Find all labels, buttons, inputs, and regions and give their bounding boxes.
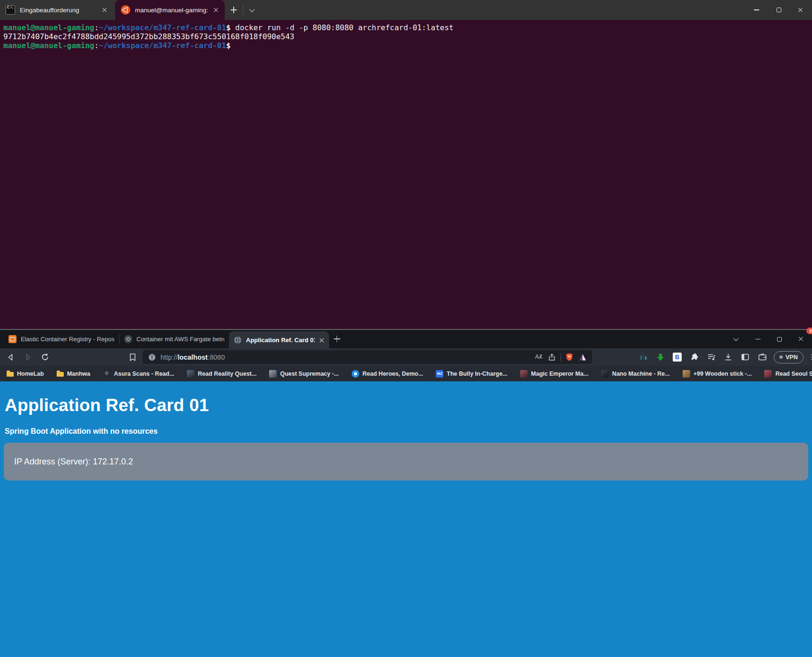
downloads-button[interactable] — [723, 352, 733, 362]
bookmark-reality-quest[interactable]: Read Reality Quest... — [187, 370, 256, 378]
plus-icon — [230, 7, 237, 13]
bookmark-label: HomeLab — [17, 371, 44, 377]
translate-button[interactable]: A — [534, 353, 543, 362]
back-icon — [7, 353, 15, 362]
tab-aws-fargate[interactable]: Container mit AWS Fargate betreiben - — [119, 330, 229, 348]
bookmark-seoul-station[interactable]: Read Seoul Station'... — [764, 370, 812, 378]
forward-button[interactable] — [23, 352, 33, 362]
terminal-window-controls — [745, 0, 812, 20]
bookmark-this-tab-button[interactable] — [127, 352, 138, 362]
new-tab-button[interactable] — [329, 330, 345, 348]
prompt-colon: : — [94, 41, 99, 50]
adguard-badge: 2 — [806, 328, 812, 334]
wallet-icon — [758, 353, 767, 362]
brave-shields-button[interactable] — [565, 353, 574, 362]
tab-elastic-container-registry[interactable]: Elastic Container Registry - Repositorie — [4, 330, 119, 348]
download-icon — [724, 353, 733, 362]
share-button[interactable] — [547, 353, 557, 362]
puzzle-icon — [690, 353, 699, 362]
adguard-extension-button[interactable]: 2 — [578, 353, 587, 362]
reload-button[interactable] — [40, 352, 50, 362]
command-text: docker run -d -p 8080:8080 archrefcard-0… — [231, 23, 454, 32]
bookmark-label: Quest Supremacy -... — [280, 371, 338, 377]
tabs-extension-button[interactable] — [638, 352, 648, 362]
aws-docs-icon — [124, 335, 132, 343]
extensions-button[interactable] — [689, 352, 699, 362]
bitwarden-extension-button[interactable]: B — [672, 352, 682, 362]
bookmark-magic-emperor[interactable]: Magic Emperor Ma... — [520, 370, 589, 378]
brave-vpn-button[interactable]: VPN — [774, 351, 804, 363]
sidebar-icon — [741, 353, 750, 362]
bookmark-bully-in-charge[interactable]: MZThe Bully In-Charge... — [436, 370, 507, 378]
download-manager-extension-button[interactable] — [655, 352, 665, 362]
close-tab-icon[interactable] — [213, 7, 219, 13]
bookmark-wooden-stick[interactable]: +99 Wooden stick -... — [683, 370, 752, 378]
url-host: localhost — [178, 354, 208, 361]
bookmark-folder-manhwa[interactable]: Manhwa — [57, 371, 90, 377]
address-bar[interactable]: http://localhost:8080 A 2 — [143, 350, 592, 364]
bookmark-label: Read Heroes, Demo... — [363, 371, 423, 377]
prompt-symbol: $ — [226, 23, 231, 32]
minimize-icon — [755, 339, 761, 340]
ip-address-panel: IP Address (Server): 172.17.0.2 — [4, 443, 808, 480]
chevron-down-icon — [733, 336, 738, 341]
maximize-button[interactable] — [769, 330, 790, 348]
site-info-button[interactable] — [147, 353, 157, 362]
terminal-tab-ubuntu[interactable]: manuel@manuel-gaming: ~/\ — [115, 0, 225, 20]
aws-ecr-icon — [8, 335, 17, 343]
window-menu-chevron[interactable] — [725, 330, 747, 348]
terminal-window: C:\ Eingabeaufforderung manuel@manuel-ga… — [0, 0, 812, 329]
terminal-output-area[interactable]: manuel@manuel-gaming:~/workspace/m347-re… — [0, 20, 812, 50]
vpn-label: VPN — [786, 354, 798, 361]
close-button[interactable] — [790, 0, 812, 20]
close-tab-icon[interactable] — [102, 7, 108, 13]
bookmark-label: Read Seoul Station'... — [775, 371, 812, 377]
site-favicon — [187, 370, 195, 378]
bookmark-read-heroes[interactable]: Read Heroes, Demo... — [352, 370, 423, 378]
maximize-icon — [777, 337, 782, 342]
site-favicon — [601, 370, 609, 378]
new-tab-button[interactable] — [225, 0, 243, 20]
terminal-tab-cmd[interactable]: C:\ Eingabeaufforderung — [0, 0, 113, 20]
url-scheme: http:// — [161, 354, 178, 361]
bookmark-folder-homelab[interactable]: HomeLab — [7, 371, 44, 377]
bookmarks-bar: HomeLab Manhwa Asura Scans - Read... Rea… — [0, 366, 812, 381]
prompt-symbol: $ — [226, 41, 231, 50]
prompt-path: ~/workspace/m347-ref-card-01 — [99, 23, 226, 32]
page-title: Application Ref. Card 01 — [0, 381, 812, 415]
bitwarden-icon: B — [673, 353, 682, 362]
terminal-tab-actions — [225, 0, 261, 20]
close-tab-icon[interactable] — [319, 337, 324, 343]
bookmark-quest-supremacy[interactable]: Quest Supremacy -... — [269, 370, 338, 378]
tab-dropdown-button[interactable] — [243, 0, 261, 20]
playlist-icon — [707, 353, 716, 362]
bookmark-asura-scans[interactable]: Asura Scans - Read... — [103, 370, 174, 378]
bookmark-label: Nano Machine - Re... — [612, 371, 669, 377]
ubuntu-icon — [121, 5, 130, 15]
page-subtitle: Spring Boot Application with no resource… — [0, 415, 812, 436]
browser-tab-strip: Elastic Container Registry - Repositorie… — [0, 330, 812, 348]
green-arrow-icon — [656, 353, 665, 362]
bookmark-label: Manhwa — [67, 371, 90, 377]
close-icon — [798, 7, 804, 13]
minimize-button[interactable] — [747, 330, 769, 348]
terminal-tab-label: Eingabeaufforderung — [20, 7, 97, 14]
maximize-button[interactable] — [768, 0, 790, 20]
site-favicon: MZ — [436, 370, 443, 378]
wallet-button[interactable] — [757, 352, 767, 362]
bookmark-label: The Bully In-Charge... — [447, 371, 507, 377]
sidebar-button[interactable] — [740, 352, 750, 362]
browser-window: Elastic Container Registry - Repositorie… — [0, 329, 812, 657]
brave-shield-icon — [565, 353, 574, 362]
playlist-button[interactable] — [706, 352, 716, 362]
bookmark-nano-machine[interactable]: Nano Machine - Re... — [601, 370, 669, 378]
site-favicon — [683, 370, 690, 378]
url-text[interactable]: http://localhost:8080 — [161, 354, 530, 361]
prompt-colon: : — [94, 23, 99, 32]
terminal-line: manuel@manuel-gaming:~/workspace/m347-re… — [3, 23, 812, 32]
cmd-icon: C:\ — [6, 5, 15, 15]
browser-toolbar: http://localhost:8080 A 2 B — [0, 348, 812, 366]
minimize-button[interactable] — [745, 0, 768, 20]
back-button[interactable] — [6, 352, 16, 362]
tab-application-ref-card[interactable]: Application Ref. Card 01 — [229, 331, 329, 348]
